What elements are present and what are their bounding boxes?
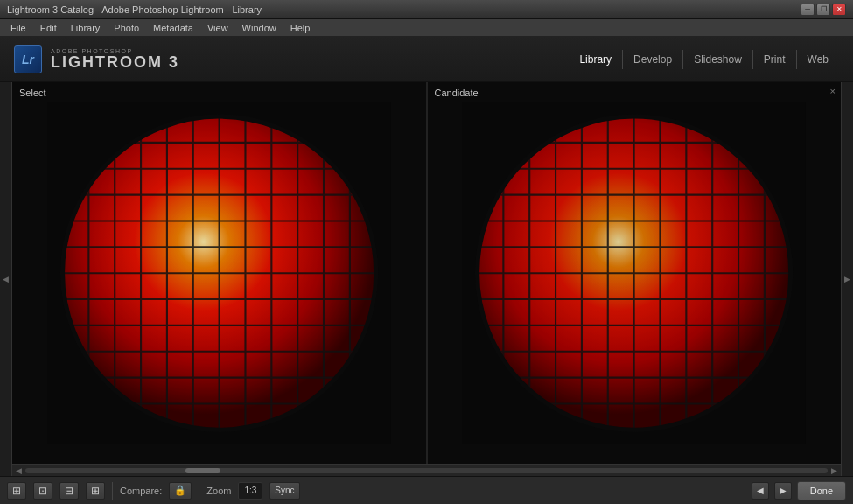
candidate-panel-label: Candidate bbox=[435, 88, 479, 98]
candidate-panel-close[interactable]: × bbox=[830, 86, 836, 96]
left-arrow-icon: ◀ bbox=[3, 275, 9, 284]
minimize-button[interactable]: ─ bbox=[801, 4, 815, 16]
panels-row: Select bbox=[12, 82, 841, 464]
filmstrip-bar: ◀ ▶ bbox=[12, 464, 841, 476]
menu-photo[interactable]: Photo bbox=[107, 21, 146, 35]
right-panel-toggle[interactable]: ▶ bbox=[841, 82, 853, 476]
filmstrip-prev-icon[interactable]: ◀ bbox=[16, 466, 22, 475]
candidate-panel: Candidate × bbox=[426, 82, 842, 464]
done-button[interactable]: Done bbox=[797, 481, 846, 500]
window-controls: ─ ❐ ✕ bbox=[801, 4, 846, 16]
compare-view-button[interactable]: ⊟ bbox=[59, 482, 79, 500]
nav-tab-slideshow[interactable]: Slideshow bbox=[682, 50, 752, 69]
toolbar: ⊞ ⊡ ⊟ ⊞ Compare: 🔒 Zoom 1:3 Sync ◀ ▶ Don… bbox=[0, 476, 853, 504]
menu-library[interactable]: Library bbox=[64, 21, 108, 35]
candidate-globe-svg bbox=[448, 102, 820, 444]
nav-tab-print[interactable]: Print bbox=[752, 50, 796, 69]
loupe-view-button[interactable]: ⊡ bbox=[33, 482, 52, 500]
title-bar-text: Lightroom 3 Catalog - Adobe Photoshop Li… bbox=[7, 4, 801, 15]
compare-label: Compare: bbox=[120, 486, 162, 496]
filmstrip-scrollbar[interactable] bbox=[25, 468, 828, 473]
zoom-label: Zoom bbox=[206, 486, 231, 496]
zoom-display: 1:3 bbox=[238, 482, 262, 500]
menu-bar: File Edit Library Photo Metadata View Wi… bbox=[0, 19, 853, 37]
toolbar-right: ◀ ▶ Done bbox=[752, 481, 846, 500]
restore-button[interactable]: ❐ bbox=[816, 4, 830, 16]
right-arrow-icon: ▶ bbox=[844, 275, 850, 284]
lightroom-text: LIGHTROOM 3 bbox=[51, 54, 179, 70]
menu-view[interactable]: View bbox=[200, 21, 235, 35]
grid-view-button[interactable]: ⊞ bbox=[7, 482, 26, 500]
menu-file[interactable]: File bbox=[3, 21, 33, 35]
menu-metadata[interactable]: Metadata bbox=[146, 21, 200, 35]
menu-edit[interactable]: Edit bbox=[33, 21, 64, 35]
logo-area: Lr ADOBE PHOTOSHOP LIGHTROOM 3 bbox=[14, 46, 179, 74]
next-image-button[interactable]: ▶ bbox=[774, 482, 792, 500]
nav-tabs: Library Develop Slideshow Print Web bbox=[569, 50, 839, 69]
logo-text: ADOBE PHOTOSHOP LIGHTROOM 3 bbox=[51, 48, 179, 70]
sync-button[interactable]: Sync bbox=[269, 482, 299, 500]
candidate-globe bbox=[428, 82, 842, 464]
prev-image-button[interactable]: ◀ bbox=[752, 482, 769, 500]
image-panels: Select bbox=[12, 82, 841, 476]
lr-badge: Lr bbox=[14, 46, 42, 74]
title-bar: Lightroom 3 Catalog - Adobe Photoshop Li… bbox=[0, 0, 853, 19]
select-panel-label: Select bbox=[19, 88, 46, 98]
nav-tab-develop[interactable]: Develop bbox=[622, 50, 682, 69]
select-globe-svg bbox=[33, 102, 405, 444]
menu-help[interactable]: Help bbox=[283, 21, 318, 35]
select-panel: Select bbox=[12, 82, 426, 464]
close-button[interactable]: ✕ bbox=[832, 4, 846, 16]
left-panel-toggle[interactable]: ◀ bbox=[0, 82, 12, 476]
select-globe bbox=[12, 82, 426, 464]
menu-window[interactable]: Window bbox=[235, 21, 283, 35]
main-content: ◀ Select bbox=[0, 82, 853, 476]
filmstrip-next-icon[interactable]: ▶ bbox=[831, 466, 837, 475]
header: Lr ADOBE PHOTOSHOP LIGHTROOM 3 Library D… bbox=[0, 37, 853, 82]
toolbar-sep-2 bbox=[199, 482, 199, 500]
filmstrip-scroll-thumb bbox=[185, 468, 220, 473]
nav-tab-library[interactable]: Library bbox=[569, 50, 622, 69]
survey-view-button[interactable]: ⊞ bbox=[86, 482, 105, 500]
nav-tab-web[interactable]: Web bbox=[796, 50, 839, 69]
lock-button[interactable]: 🔒 bbox=[169, 482, 192, 500]
toolbar-sep-1 bbox=[112, 482, 113, 500]
